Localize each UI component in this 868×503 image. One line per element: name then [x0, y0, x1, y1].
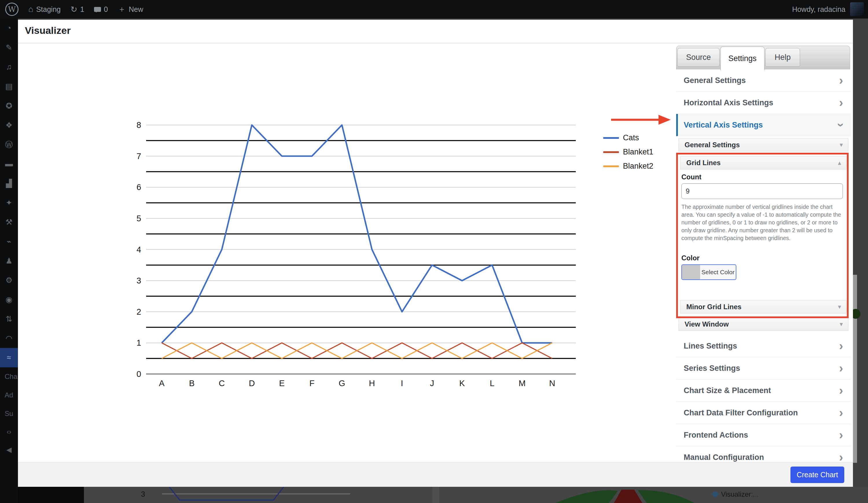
- updates-count: 1: [80, 5, 84, 13]
- updates-menu[interactable]: ↻ 1: [71, 4, 84, 14]
- dimmed-background-page: 3 Visualizer:...: [18, 487, 868, 503]
- cats-line-swatch: [603, 137, 619, 139]
- plus-icon: ＋: [118, 4, 126, 15]
- settings-icon[interactable]: ⚙: [0, 271, 18, 290]
- svg-text:D: D: [249, 379, 255, 388]
- sidebar-submenu-item[interactable]: Su: [0, 405, 18, 423]
- users-icon[interactable]: ♟: [0, 251, 18, 271]
- section-vertical-axis-settings[interactable]: Vertical Axis Settings ›: [676, 114, 851, 136]
- plugins-icon[interactable]: ⌁: [0, 232, 18, 251]
- site-name: Staging: [36, 5, 61, 13]
- gridline-count-input[interactable]: [681, 184, 843, 199]
- avatar[interactable]: [850, 2, 864, 16]
- section-general-settings[interactable]: General Settings ›: [676, 70, 851, 92]
- site-menu[interactable]: ⌂ Staging: [28, 4, 61, 14]
- admin-bar: W ⌂ Staging ↻ 1 0 ＋ New Howdy, radacina: [0, 0, 868, 19]
- dashboard-icon[interactable]: ◔: [0, 19, 18, 38]
- sidebar-submenu-item[interactable]: Ad: [0, 386, 18, 405]
- svg-text:B: B: [189, 379, 194, 388]
- visualizer-modal: Visualizer 012345678ABCDEFGHIJKLMN Cats …: [18, 20, 853, 487]
- section-lines-settings[interactable]: Lines Settings ›: [676, 335, 851, 357]
- count-label: Count: [681, 173, 701, 181]
- orders-icon[interactable]: ▬: [0, 154, 18, 174]
- page-scrollbar[interactable]: [853, 275, 857, 463]
- svg-text:N: N: [549, 379, 555, 388]
- title-divider: [18, 43, 853, 43]
- new-content-menu[interactable]: ＋ New: [118, 4, 143, 15]
- modal-footer: Create Chart: [18, 462, 853, 487]
- posts-icon[interactable]: ✎: [0, 38, 18, 57]
- subsection-grid-lines[interactable]: Grid Lines ▴: [680, 156, 847, 169]
- visualizer-icon[interactable]: ≈: [0, 348, 18, 367]
- background-chart-tick: 3: [141, 490, 145, 499]
- sidebar-submenu-item[interactable]: Cha: [0, 367, 18, 386]
- panel-tabs-bar: Source Settings Help: [676, 46, 850, 70]
- legend-item-blanket2: Blanket2: [603, 159, 653, 173]
- woocommerce-icon[interactable]: Ⓦ: [0, 135, 18, 154]
- collapse-icon[interactable]: ◀: [0, 441, 18, 459]
- color-swatch: [682, 265, 700, 280]
- sliders-icon[interactable]: ⇅: [0, 309, 18, 328]
- section-series-settings[interactable]: Series Settings ›: [676, 357, 851, 379]
- svg-text:2: 2: [136, 307, 141, 316]
- admin-sidebar: ◔✎♫▤✪❖Ⓦ▬▟✦⚒⌁♟⚙◉⇅◠≈ ChaAdSu ‹›◀: [0, 19, 18, 503]
- section-chart-data-filter[interactable]: Chart Data Filter Configuration ›: [676, 402, 851, 424]
- tools-icon[interactable]: ⚒: [0, 212, 18, 232]
- home-icon: ⌂: [28, 4, 33, 14]
- blanket1-line-swatch: [603, 151, 619, 153]
- chart-canvas: 012345678ABCDEFGHIJKLMN: [124, 113, 599, 411]
- section-frontend-actions[interactable]: Frontend Actions ›: [676, 424, 851, 446]
- section-chart-size-placement[interactable]: Chart Size & Placement ›: [676, 379, 851, 402]
- subsection-general-settings[interactable]: General Settings ▾: [679, 138, 848, 151]
- tab-source[interactable]: Source: [677, 48, 720, 66]
- section-horizontal-axis-settings[interactable]: Horizontal Axis Settings ›: [676, 92, 851, 114]
- svg-text:7: 7: [136, 151, 141, 161]
- wordpress-logo-icon[interactable]: W: [5, 3, 19, 16]
- background-line-chart: [167, 487, 288, 503]
- svg-text:8: 8: [136, 120, 141, 129]
- svg-text:K: K: [459, 379, 465, 388]
- comments-icon[interactable]: ❖: [0, 115, 18, 135]
- triangle-down-icon: ▾: [840, 321, 843, 328]
- mpc-icon[interactable]: ‹›: [0, 423, 18, 441]
- subsection-minor-grid-lines[interactable]: Minor Grid Lines ▾: [680, 300, 847, 314]
- legend-item-cats: Cats: [603, 131, 653, 145]
- comments-menu[interactable]: 0: [94, 5, 108, 13]
- updates-icon: ↻: [71, 4, 77, 14]
- freemius-icon[interactable]: ◉: [0, 290, 18, 309]
- svg-text:F: F: [309, 379, 314, 388]
- svg-text:1: 1: [136, 338, 141, 347]
- color-label: Color: [681, 254, 700, 262]
- svg-text:5: 5: [136, 214, 141, 223]
- chart-legend: Cats Blanket1 Blanket2: [603, 131, 653, 173]
- comments-count: 0: [104, 5, 108, 13]
- svg-text:3: 3: [136, 276, 141, 285]
- dimmed-admin-menu: [18, 487, 84, 503]
- svg-text:I: I: [401, 379, 403, 388]
- tab-help[interactable]: Help: [765, 48, 800, 66]
- svg-text:A: A: [159, 379, 165, 388]
- comments-bubble-icon: [94, 7, 101, 12]
- courses-icon[interactable]: ✪: [0, 96, 18, 115]
- marketing-icon[interactable]: ✦: [0, 193, 18, 212]
- tab-settings[interactable]: Settings: [721, 46, 764, 70]
- howdy-account-menu[interactable]: Howdy, radacina: [792, 5, 845, 13]
- svg-text:0: 0: [136, 369, 141, 379]
- background-pie-chart: [550, 487, 700, 503]
- svg-text:J: J: [430, 379, 434, 388]
- create-chart-button[interactable]: Create Chart: [790, 467, 844, 483]
- settings-panel: Source Settings Help General Settings › …: [676, 46, 851, 482]
- media-icon[interactable]: ♫: [0, 57, 18, 77]
- svg-text:4: 4: [136, 245, 141, 254]
- svg-text:E: E: [279, 379, 285, 388]
- triangle-up-icon: ▴: [838, 159, 841, 167]
- triangle-down-icon: ▾: [838, 303, 841, 311]
- analytics-icon[interactable]: ▟: [0, 174, 18, 193]
- jetpack-icon[interactable]: ◠: [0, 328, 18, 348]
- subsection-view-window[interactable]: View Window ▾: [679, 317, 848, 331]
- triangle-down-icon: ▾: [840, 141, 843, 149]
- pages-icon[interactable]: ▤: [0, 77, 18, 96]
- select-color-button[interactable]: Select Color: [681, 264, 736, 280]
- blanket2-line-swatch: [603, 166, 619, 167]
- legend-bullet-icon: [712, 491, 718, 497]
